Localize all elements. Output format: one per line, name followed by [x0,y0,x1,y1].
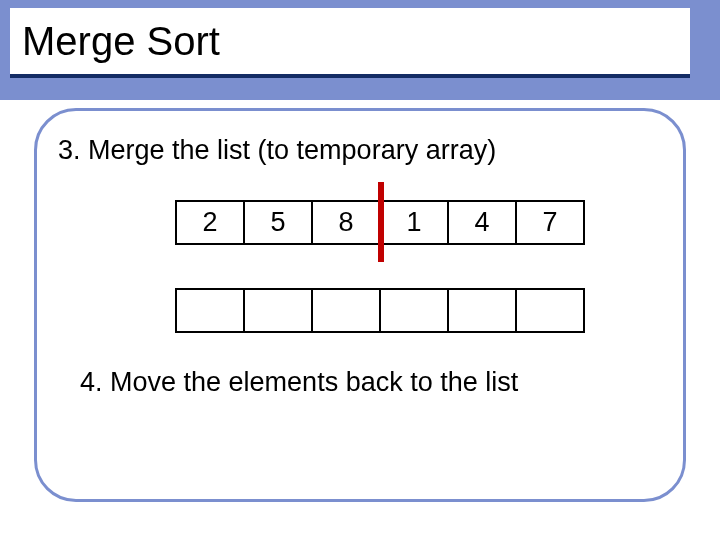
source-cell-1: 5 [243,200,313,245]
temp-cell-1 [243,288,313,333]
source-cell-4: 4 [447,200,517,245]
source-cell-5: 7 [515,200,585,245]
temp-cell-3 [379,288,449,333]
temp-cell-5 [515,288,585,333]
slide-title: Merge Sort [22,19,220,64]
source-cell-0: 2 [175,200,245,245]
step-3-text: 3. Merge the list (to temporary array) [58,135,496,166]
midpoint-divider [378,182,384,262]
source-cell-2: 8 [311,200,381,245]
temp-cell-2 [311,288,381,333]
temp-cell-4 [447,288,517,333]
title-box: Merge Sort [10,8,690,78]
temp-array [175,288,585,333]
step-4-text: 4. Move the elements back to the list [80,367,518,398]
temp-cell-0 [175,288,245,333]
slide: Merge Sort 3. Merge the list (to tempora… [0,0,720,540]
source-cell-3: 1 [379,200,449,245]
